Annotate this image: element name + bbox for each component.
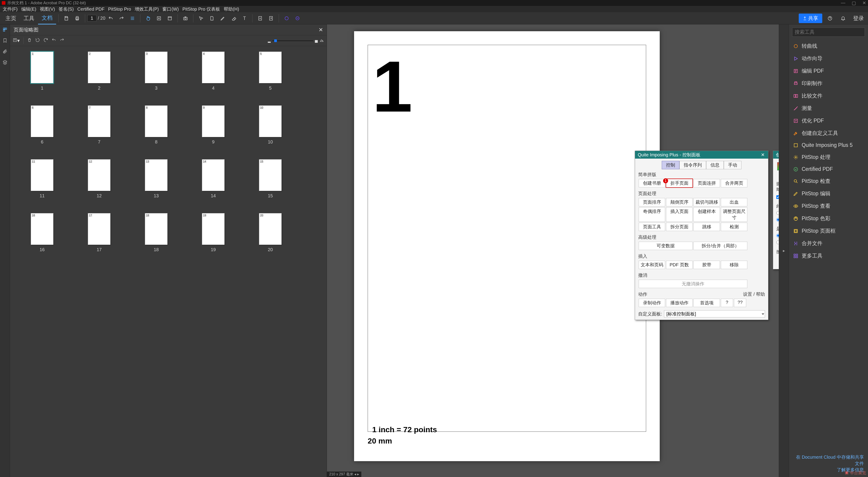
thumbnail-page[interactable]: 1 bbox=[31, 52, 54, 83]
thumbnail-cell[interactable]: 1010 bbox=[245, 105, 295, 153]
rtool-item-10[interactable]: Certified PDF bbox=[789, 163, 868, 175]
qip-tab-sequence[interactable]: 指令序列 bbox=[679, 161, 706, 169]
qip-btn-foldhand[interactable]: 折手页面 bbox=[666, 179, 692, 187]
thumbnail-cell[interactable]: 11 bbox=[17, 52, 67, 99]
help-icon[interactable] bbox=[827, 15, 833, 21]
thumbnail-page[interactable]: 8 bbox=[145, 105, 167, 137]
menu-file[interactable]: 文件(F) bbox=[1, 6, 19, 13]
search-tools-input[interactable] bbox=[792, 28, 865, 37]
qip-btn-merge2[interactable]: 合并两页 bbox=[721, 179, 747, 187]
rtool-item-0[interactable]: 转曲线 bbox=[789, 40, 868, 52]
thumbnail-cell[interactable]: 99 bbox=[188, 105, 238, 153]
thumbnail-page[interactable]: 17 bbox=[88, 213, 111, 245]
rtool-item-7[interactable]: 创建自定义工具 bbox=[789, 127, 868, 139]
thumbnail-cell[interactable]: 55 bbox=[245, 52, 295, 99]
qip-btn-g4-1[interactable]: PDF 页数 bbox=[666, 261, 692, 269]
qip-btn-g2-4[interactable]: 奇偶排序 bbox=[639, 207, 665, 222]
rtool-item-6[interactable]: 优化 PDF bbox=[789, 115, 868, 127]
doc-icon[interactable] bbox=[209, 15, 215, 21]
menu-edit[interactable]: 编辑(E) bbox=[20, 6, 38, 13]
thumbnail-page[interactable]: 10 bbox=[259, 105, 282, 137]
thumbnail-cell[interactable]: 88 bbox=[131, 105, 181, 153]
fold1-r-noscale[interactable] bbox=[776, 234, 779, 237]
save-icon[interactable] bbox=[64, 15, 69, 21]
attachment-icon[interactable] bbox=[2, 49, 7, 55]
qip-btn-g2-3[interactable]: 出血 bbox=[721, 198, 747, 206]
rtool-item-14[interactable]: PitStop 色彩 bbox=[789, 212, 868, 225]
thumbnails-icon[interactable] bbox=[2, 27, 7, 33]
thumbnail-page[interactable]: 7 bbox=[88, 105, 111, 137]
thumbnail-page[interactable]: 6 bbox=[31, 105, 54, 137]
right-collapse-rail[interactable]: ▸ bbox=[779, 25, 789, 477]
share-button[interactable]: 共享 bbox=[799, 13, 822, 23]
collapse-icon[interactable]: ▸ bbox=[783, 248, 785, 253]
thumb-zoom-slider[interactable]: ▂ ▅ bbox=[268, 38, 324, 44]
thumbnail-page[interactable]: 18 bbox=[145, 213, 167, 245]
thumb-zoom-fit-icon[interactable] bbox=[319, 38, 324, 44]
thumbnail-page[interactable]: 5 bbox=[259, 52, 282, 83]
layers-icon[interactable] bbox=[2, 60, 7, 66]
thumbnail-cell[interactable]: 1414 bbox=[188, 159, 238, 207]
thumb-rotate-left-icon[interactable] bbox=[35, 38, 40, 44]
rtool-item-8[interactable]: Quite Imposing Plus 5 bbox=[789, 139, 868, 151]
window-close[interactable]: ✕ bbox=[862, 0, 866, 6]
thumbnail-cell[interactable]: 2020 bbox=[245, 213, 295, 261]
qip-close-icon[interactable]: ✕ bbox=[760, 152, 766, 158]
bell-icon[interactable] bbox=[840, 15, 846, 21]
thumbnail-page[interactable]: 19 bbox=[202, 213, 225, 245]
qip-btn-g6-4[interactable]: ?? bbox=[734, 299, 746, 307]
rtool-item-5[interactable]: 测量 bbox=[789, 102, 868, 115]
window-max[interactable]: ▢ bbox=[852, 0, 856, 6]
qip-btn-stepjoin[interactable]: 页面连拼 bbox=[693, 179, 720, 187]
qip-custom-select[interactable]: [标准控制面板] bbox=[664, 310, 765, 317]
menu-view[interactable]: 视图(V) bbox=[38, 6, 56, 13]
qip-btn-g4-3[interactable]: 移除 bbox=[721, 261, 747, 269]
menu-sign[interactable]: 签名(S) bbox=[57, 6, 75, 13]
tab-document[interactable]: 文档 bbox=[38, 12, 56, 25]
fold1-chk-newdoc[interactable] bbox=[776, 195, 779, 199]
fold1-r-nocut[interactable] bbox=[776, 211, 779, 215]
thumbnail-cell[interactable]: 66 bbox=[17, 105, 67, 153]
qip-btn-g6-3[interactable]: ? bbox=[721, 299, 733, 307]
addpage-icon[interactable] bbox=[257, 15, 263, 21]
qip-btn-g2-9[interactable]: 拆分页面 bbox=[666, 223, 692, 231]
tab-tools[interactable]: 工具 bbox=[20, 12, 38, 24]
qip-btn-g2-1[interactable]: 颠倒页序 bbox=[666, 198, 692, 206]
menu-certified[interactable]: Certified PDF bbox=[76, 6, 106, 12]
thumbnail-cell[interactable]: 1919 bbox=[188, 213, 238, 261]
select-icon[interactable] bbox=[198, 15, 204, 21]
thumbnail-page[interactable]: 9 bbox=[202, 105, 225, 137]
rtool-item-17[interactable]: 更多工具 bbox=[789, 250, 868, 262]
redo-icon[interactable] bbox=[119, 15, 124, 21]
qip-btn-g4-0[interactable]: 文本和页码 bbox=[639, 261, 665, 269]
document-view[interactable]: 1 1 inch = 72 points 20 mm 210 x 297 毫米 … bbox=[327, 25, 779, 477]
pagedisplay-icon[interactable] bbox=[130, 15, 135, 21]
hand-icon[interactable] bbox=[145, 15, 151, 21]
thumb-undo-icon[interactable] bbox=[52, 38, 56, 44]
qip-btn-g2-2[interactable]: 裁切与跳移 bbox=[693, 198, 720, 206]
thumbnail-page[interactable]: 12 bbox=[88, 159, 111, 191]
undo-icon[interactable] bbox=[108, 15, 114, 21]
rtool-item-9[interactable]: PitStop 处理 bbox=[789, 151, 868, 163]
rtool-item-1[interactable]: 动作向导 bbox=[789, 52, 868, 65]
rtool-item-16[interactable]: 合并文件 bbox=[789, 237, 868, 250]
thumbnail-page[interactable]: 20 bbox=[259, 213, 282, 245]
qip-btn-g6-2[interactable]: 首选项 bbox=[693, 299, 720, 307]
thumb-delete-icon[interactable] bbox=[27, 38, 32, 44]
menu-pitstop[interactable]: PitStop Pro bbox=[107, 6, 132, 12]
qip-btn-g2-10[interactable]: 跳移 bbox=[693, 223, 720, 231]
text-icon[interactable] bbox=[242, 15, 247, 21]
thumbnail-cell[interactable]: 1717 bbox=[74, 213, 124, 261]
qip-btn-g6-0[interactable]: 录制动作 bbox=[639, 299, 665, 307]
thumbnail-cell[interactable]: 77 bbox=[74, 105, 124, 153]
qip-btn-undo[interactable]: 无撤消操作 bbox=[639, 280, 747, 288]
qip-tab-info[interactable]: 信息 bbox=[706, 161, 724, 169]
erase-icon[interactable] bbox=[231, 15, 236, 21]
qip-btn-g2-7[interactable]: 调整页面尺寸 bbox=[721, 207, 747, 222]
qip-btn-g2-0[interactable]: 页面排序 bbox=[639, 198, 665, 206]
rtool-item-15[interactable]: PitStop 页面框 bbox=[789, 225, 868, 237]
rtool-item-3[interactable]: 印刷制作 bbox=[789, 77, 868, 90]
thumbnail-page[interactable]: 2 bbox=[88, 52, 111, 83]
bookmark-icon[interactable] bbox=[2, 38, 7, 44]
thumbnails-close-icon[interactable]: ✕ bbox=[318, 27, 323, 33]
